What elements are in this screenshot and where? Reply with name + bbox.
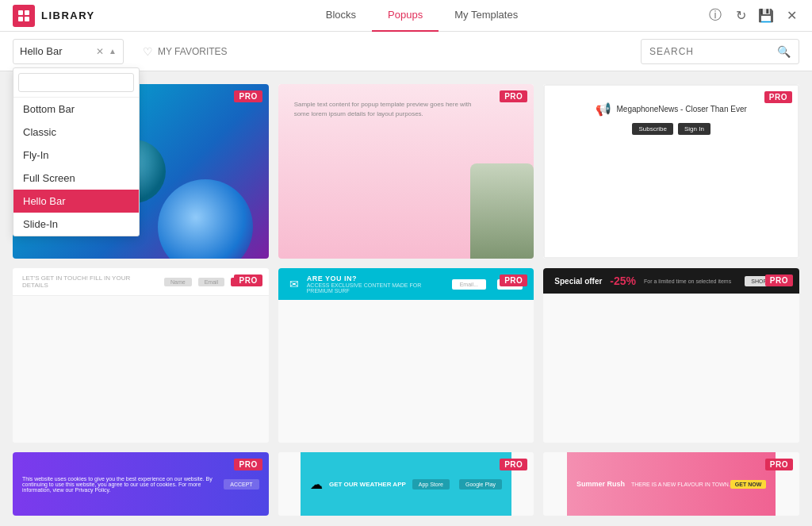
template-card-8[interactable]: ☁ GET OUR WEATHER APP App Store Google P… [278,452,534,516]
dropdown-search-input[interactable] [18,73,134,92]
pro-badge-3: PRO [764,91,792,103]
template-card-9[interactable]: Summer Rush THERE IS A NEW FLAVOUR IN TO… [543,452,799,516]
svg-rect-2 [18,17,23,21]
card-6-preview: Special offer -25% For a limited time on… [543,268,799,443]
dropdown-item-fly-in[interactable]: Fly-In [13,144,139,167]
nav-tabs: Blocks Popups My Templates [140,0,704,32]
header-actions: ⓘ ↻ 💾 ✕ [704,8,799,24]
card-4-preview: LET'S GET IN TOUCH! FILL IN YOUR DETAILS… [13,268,269,443]
pro-badge-8: PRO [500,459,527,470]
card-8-appstore: App Store [412,479,450,490]
card-2-text: Sample text content for popup template p… [294,100,487,119]
card-3-buttons: Subscribe Sign In [632,123,710,135]
card-9-bar: Summer Rush THERE IS A NEW FLAVOUR IN TO… [567,452,776,516]
card-7-preview: This website uses cookies to give you th… [13,452,269,516]
card-5-icon: ✉ [289,278,299,290]
logo-icon [13,5,35,27]
card-3-btn-1: Subscribe [632,123,673,135]
info-icon[interactable]: ⓘ [707,8,723,24]
svg-rect-0 [18,10,23,15]
card-4-text: LET'S GET IN TOUCH! FILL IN YOUR DETAILS [22,275,158,289]
card-5-bg: ✉ ARE YOU IN? ACCESS EXCLUSIVE CONTENT M… [278,268,534,443]
filter-arrow-icon: ▲ [109,47,117,56]
pro-badge-6: PRO [765,275,793,286]
card-3-logo: 📢 MegaphoneNews - Closer Than Ever [596,102,746,117]
favorites-label: MY FAVORITES [158,46,228,57]
filter-clear-btn[interactable]: ✕ [96,46,104,57]
card-8-bar: ☁ GET OUR WEATHER APP App Store Google P… [301,452,511,516]
template-card-4[interactable]: LET'S GET IN TOUCH! FILL IN YOUR DETAILS… [13,268,269,443]
card-9-preview: Summer Rush THERE IS A NEW FLAVOUR IN TO… [543,452,799,516]
template-card-6[interactable]: Special offer -25% For a limited time on… [543,268,799,443]
card-2-preview: Sample text content for popup template p… [278,84,534,259]
search-input[interactable] [649,46,777,57]
save-icon[interactable]: 💾 [758,8,774,24]
template-card-3[interactable]: 📢 MegaphoneNews - Closer Than Ever Subsc… [543,84,799,259]
app-header: LIBRARY Blocks Popups My Templates ⓘ ↻ 💾… [0,0,812,32]
template-card-7[interactable]: This website uses cookies to give you th… [13,452,269,516]
dropdown-search-area [13,68,139,98]
pro-badge-5: PRO [500,275,527,286]
tab-popups[interactable]: Popups [372,0,439,32]
card-9-btn: GET NOW [730,480,766,489]
dropdown-item-full-screen[interactable]: Full Screen [13,167,139,190]
pro-badge-2: PRO [500,90,527,102]
card-5-preview: ✉ ARE YOU IN? ACCESS EXCLUSIVE CONTENT M… [278,268,534,443]
card-2-bg: Sample text content for popup template p… [278,84,534,259]
dropdown-item-bottom-bar[interactable]: Bottom Bar [13,98,139,121]
dropdown-item-slide-in[interactable]: Slide-In [13,213,139,236]
filter-selected-label: Hello Bar [20,45,91,57]
pro-badge-4: PRO [234,275,262,286]
pro-badge-1: PRO [234,90,262,102]
card-1-circle [158,179,253,259]
toolbar: Hello Bar ✕ ▲ Bottom Bar Classic Fly-In … [0,32,812,71]
card-7-btn: ACCEPT [224,479,259,490]
card-6-bar: Special offer -25% For a limited time on… [543,268,799,294]
card-5-input: Email... [452,279,486,290]
card-3-preview: 📢 MegaphoneNews - Closer Than Ever Subsc… [543,84,799,259]
svg-rect-3 [25,17,29,21]
card-3-bg: 📢 MegaphoneNews - Closer Than Ever Subsc… [544,85,799,258]
tab-my-templates[interactable]: My Templates [439,0,534,32]
card-8-googleplay: Google Play [459,479,502,490]
card-7-bar: This website uses cookies to give you th… [13,452,269,516]
filter-dropdown-menu: Bottom Bar Classic Fly-In Full Screen He… [13,67,140,236]
search-icon: 🔍 [777,45,791,58]
dropdown-item-classic[interactable]: Classic [13,121,139,144]
logo-text: LIBRARY [41,10,95,21]
tab-blocks[interactable]: Blocks [310,0,372,32]
card-5-bar: ✉ ARE YOU IN? ACCESS EXCLUSIVE CONTENT M… [278,268,534,300]
card-6-bg: Special offer -25% For a limited time on… [543,268,799,443]
filter-select-trigger[interactable]: Hello Bar ✕ ▲ [13,39,124,64]
card-8-preview: ☁ GET OUR WEATHER APP App Store Google P… [278,452,534,516]
pro-badge-9: PRO [765,459,793,470]
close-icon[interactable]: ✕ [783,8,799,24]
pro-badge-7: PRO [234,459,262,470]
refresh-icon[interactable]: ↻ [733,8,749,24]
logo-area: LIBRARY [13,5,140,27]
card-3-btn-2: Sign In [678,123,710,135]
template-card-2[interactable]: Sample text content for popup template p… [278,84,534,259]
favorites-button[interactable]: ♡ MY FAVORITES [136,42,234,61]
filter-dropdown: Hello Bar ✕ ▲ Bottom Bar Classic Fly-In … [13,39,124,64]
heart-icon: ♡ [143,45,153,58]
svg-rect-1 [25,10,29,15]
template-card-5[interactable]: ✉ ARE YOU IN? ACCESS EXCLUSIVE CONTENT M… [278,268,534,443]
card-5-content: ARE YOU IN? ACCESS EXCLUSIVE CONTENT MAD… [307,275,444,294]
dropdown-item-hello-bar[interactable]: Hello Bar [13,190,139,213]
card-8-icon: ☁ [310,477,323,492]
card-4-bg: LET'S GET IN TOUCH! FILL IN YOUR DETAILS… [13,268,269,443]
search-box: 🔍 [641,39,799,64]
